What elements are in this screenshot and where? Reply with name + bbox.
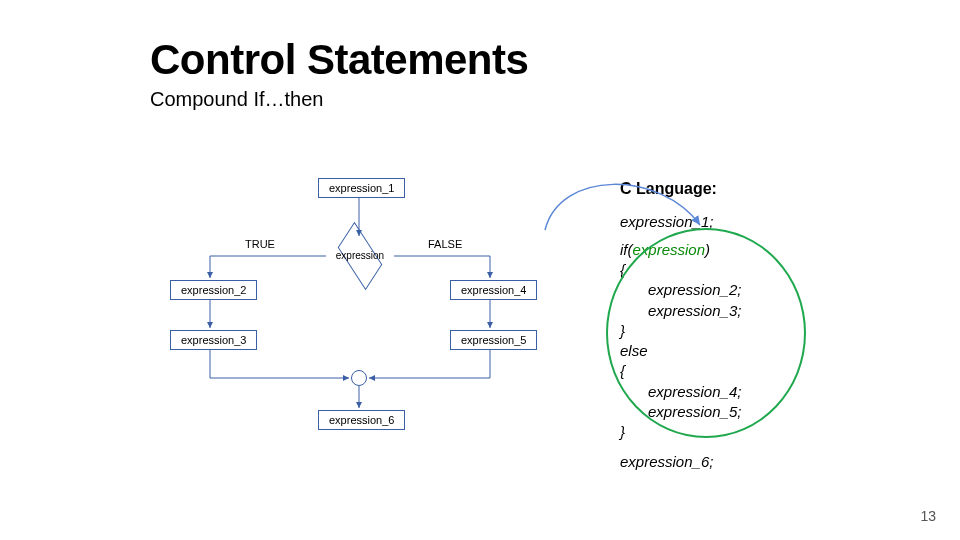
code-line-12: expression_6;: [620, 452, 741, 472]
code-title: C Language:: [620, 178, 741, 200]
decision-label: expression: [325, 250, 395, 261]
box-expression-5: expression_5: [450, 330, 537, 350]
label-true: TRUE: [245, 238, 275, 250]
box-expression-2: expression_2: [170, 280, 257, 300]
page-title: Control Statements: [150, 36, 528, 84]
decision-diamond: expression: [325, 236, 395, 276]
code-if-kw: if(: [620, 241, 633, 258]
page-number: 13: [920, 508, 936, 524]
merge-circle: [351, 370, 367, 386]
box-expression-1: expression_1: [318, 178, 405, 198]
box-expression-4: expression_4: [450, 280, 537, 300]
box-expression-6: expression_6: [318, 410, 405, 430]
box-expression-3: expression_3: [170, 330, 257, 350]
highlight-ellipse: [606, 228, 806, 438]
page-subtitle: Compound If…then: [150, 88, 323, 111]
label-false: FALSE: [428, 238, 462, 250]
flowchart: expression_1 expression TRUE FALSE expre…: [150, 170, 570, 490]
